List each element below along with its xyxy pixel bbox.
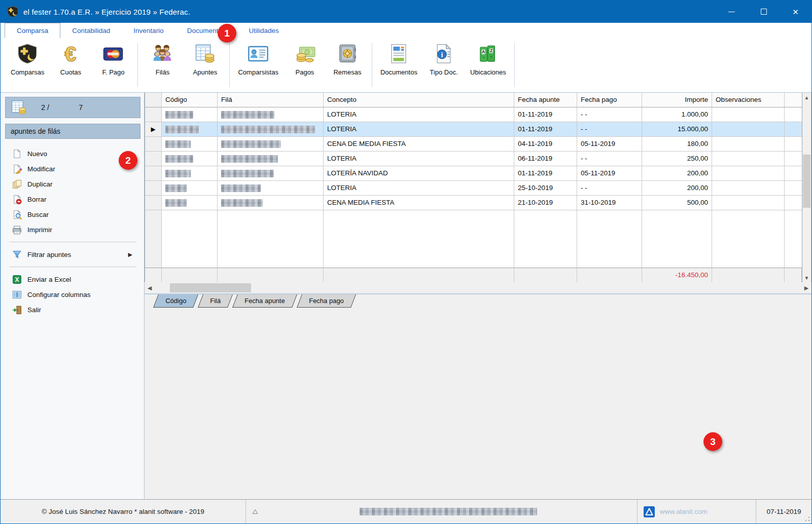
cell-codigo[interactable]	[162, 166, 218, 181]
header-fila[interactable]: Filá	[218, 93, 324, 107]
cell-fila[interactable]	[218, 152, 324, 166]
cell-fila[interactable]	[218, 137, 324, 152]
cell-observaciones[interactable]	[712, 166, 785, 181]
cell-observaciones[interactable]	[712, 137, 785, 152]
cell-codigo[interactable]	[162, 152, 218, 166]
cell-fila[interactable]	[218, 196, 324, 210]
cell-importe[interactable]: 200,00	[642, 181, 712, 196]
cell-fecha-apunte[interactable]: 06-11-2019	[514, 152, 577, 166]
menu-item-filtrar-apuntes[interactable]: Filtrar apuntes ▶	[5, 247, 140, 262]
cell-observaciones[interactable]	[712, 122, 785, 137]
cell-fecha-pago[interactable]: 05-11-2019	[577, 166, 642, 181]
comparsistas-button[interactable]: Comparsistas	[233, 41, 283, 92]
f-pago-button[interactable]: F. Pago	[92, 41, 134, 92]
cell-fecha-apunte[interactable]: 01-11-2019	[514, 166, 577, 181]
cell-fecha-apunte[interactable]: 01-11-2019	[514, 107, 577, 122]
sort-tab-codigo[interactable]: Código	[153, 294, 198, 308]
filas-button[interactable]: Filás	[141, 41, 184, 92]
menu-item-buscar[interactable]: Buscar	[5, 207, 140, 222]
sort-tab-fecha-apunte[interactable]: Fecha apunte	[232, 294, 297, 308]
table-row[interactable]: LOTERIA06-11-2019- -250,00	[145, 152, 802, 166]
scroll-right-icon[interactable]: ▶	[801, 285, 811, 291]
cell-concepto[interactable]: LOTERÍA NAVIDAD	[324, 166, 514, 181]
header-fecha-pago[interactable]: Fecha pago	[577, 93, 642, 107]
cuotas-button[interactable]: € Cuotas	[49, 41, 92, 92]
row-selector[interactable]	[145, 152, 162, 166]
scroll-left-icon[interactable]: ◀	[145, 285, 155, 291]
cell-importe[interactable]: 200,00	[642, 166, 712, 181]
cell-fecha-pago[interactable]: - -	[577, 181, 642, 196]
cell-codigo[interactable]	[162, 107, 218, 122]
tab-inventario[interactable]: Inventario	[122, 23, 175, 38]
cell-observaciones[interactable]	[712, 107, 785, 122]
row-selector[interactable]	[145, 107, 162, 122]
table-row[interactable]: ▶LOTERIA01-11-2019- -15.000,00	[145, 122, 802, 137]
cell-fecha-pago[interactable]: 31-10-2019	[577, 196, 642, 210]
menu-item-borrar[interactable]: Borrar	[5, 192, 140, 207]
cell-fecha-apunte[interactable]: 21-10-2019	[514, 196, 577, 210]
cell-observaciones[interactable]	[712, 196, 785, 210]
table-row[interactable]: LOTERÍA NAVIDAD01-11-201905-11-2019200,0…	[145, 166, 802, 181]
row-selector[interactable]	[145, 137, 162, 152]
close-button[interactable]: ✕	[780, 1, 811, 23]
cell-concepto[interactable]: CENA DE MEDIA FIESTA	[324, 137, 514, 152]
header-fecha-apunte[interactable]: Fecha apunte	[514, 93, 577, 107]
cell-fila[interactable]	[218, 122, 324, 137]
tipo-doc-button[interactable]: Tipo Doc.	[422, 41, 465, 92]
cell-codigo[interactable]	[162, 196, 218, 210]
table-row[interactable]: LOTERIA25-10-2019- -200,00	[145, 181, 802, 196]
row-selector[interactable]	[145, 196, 162, 210]
header-importe[interactable]: Importe	[642, 93, 712, 107]
ubicaciones-button[interactable]: Ubicaciones	[465, 41, 511, 92]
tab-comparsa[interactable]: Comparsa	[5, 23, 60, 38]
cell-fila[interactable]	[218, 166, 324, 181]
comparsas-button[interactable]: Comparsas	[6, 41, 49, 92]
remesas-button[interactable]: Remesas	[326, 41, 369, 92]
table-row[interactable]: CENA MEDIA FIESTA21-10-201931-10-2019500…	[145, 196, 802, 210]
cell-fecha-apunte[interactable]: 01-11-2019	[514, 122, 577, 137]
minimize-button[interactable]	[716, 1, 748, 23]
website-text[interactable]: www.alanit.com	[660, 508, 708, 515]
header-observaciones[interactable]: Observaciones	[712, 93, 785, 107]
sort-tab-fecha-pago[interactable]: Fecha pago	[297, 294, 356, 308]
hscroll-track[interactable]	[155, 282, 801, 293]
table-row[interactable]: CENA DE MEDIA FIESTA04-11-201905-11-2019…	[145, 137, 802, 152]
cell-concepto[interactable]: LOTERIA	[324, 122, 514, 137]
menu-item-imprimir[interactable]: Imprimir	[5, 222, 140, 237]
tab-contabilidad[interactable]: Contabilidad	[60, 23, 122, 38]
apuntes-button[interactable]: Apuntes	[184, 41, 226, 92]
menu-item-enviar-excel[interactable]: Enviar a Excel	[5, 272, 140, 287]
documentos-button[interactable]: Documentos	[375, 41, 422, 92]
menu-item-duplicar[interactable]: Duplicar	[5, 176, 140, 192]
cell-fecha-apunte[interactable]: 25-10-2019	[514, 181, 577, 196]
cell-observaciones[interactable]	[712, 152, 785, 166]
tab-utilidades[interactable]: Utilidades	[237, 23, 290, 38]
sort-tab-fila[interactable]: Filá	[198, 294, 233, 308]
scroll-up-icon[interactable]: ▲	[802, 93, 811, 102]
row-selector[interactable]	[145, 166, 162, 181]
hscroll-thumb[interactable]	[170, 283, 251, 292]
cell-fila[interactable]	[218, 181, 324, 196]
cell-fecha-pago[interactable]: - -	[577, 152, 642, 166]
cell-codigo[interactable]	[162, 137, 218, 152]
maximize-button[interactable]	[748, 1, 780, 23]
cell-codigo[interactable]	[162, 181, 218, 196]
cell-observaciones[interactable]	[712, 181, 785, 196]
row-selector[interactable]: ▶	[145, 122, 162, 137]
resize-grip[interactable]	[805, 516, 810, 521]
cell-concepto[interactable]: CENA MEDIA FIESTA	[324, 196, 514, 210]
cell-importe[interactable]: 180,00	[642, 137, 712, 152]
cell-concepto[interactable]: LOTERIA	[324, 107, 514, 122]
cell-fecha-apunte[interactable]: 04-11-2019	[514, 137, 577, 152]
cell-importe[interactable]: 250,00	[642, 152, 712, 166]
vscroll-track[interactable]	[802, 102, 811, 273]
cell-importe[interactable]: 1.000,00	[642, 107, 712, 122]
menu-item-salir[interactable]: Salir	[5, 302, 140, 317]
cell-fila[interactable]	[218, 107, 324, 122]
cell-importe[interactable]: 15.000,00	[642, 122, 712, 137]
vertical-scrollbar[interactable]: ▲ ▼	[802, 93, 811, 282]
header-codigo[interactable]: Código	[162, 93, 218, 107]
horizontal-scrollbar[interactable]: ◀ ▶	[145, 282, 811, 293]
cell-fecha-pago[interactable]: 05-11-2019	[577, 137, 642, 152]
cell-codigo[interactable]	[162, 122, 218, 137]
